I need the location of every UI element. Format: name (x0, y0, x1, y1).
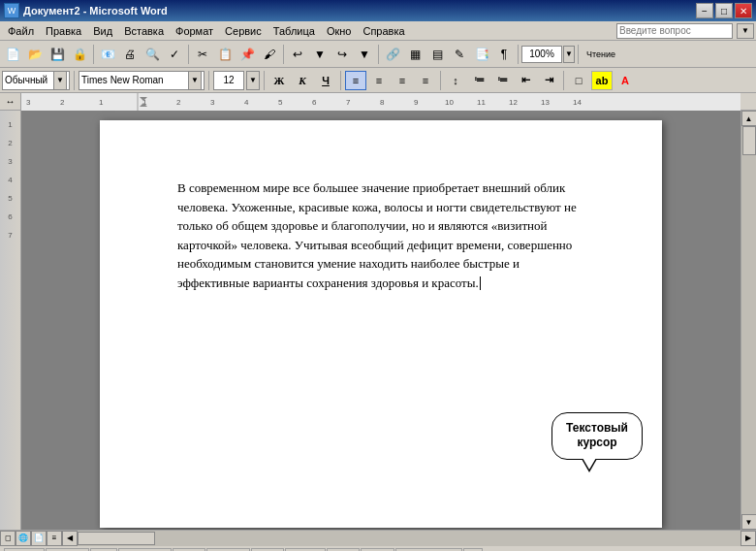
align-center-button[interactable]: ≡ (368, 71, 390, 90)
scroll-thumb[interactable] (742, 126, 756, 155)
svg-text:5: 5 (278, 98, 283, 107)
menu-view[interactable]: Вид (87, 23, 118, 39)
svg-text:12: 12 (509, 98, 518, 107)
redo-arrow-button[interactable]: ▼ (354, 44, 375, 65)
preview-button[interactable]: 🔍 (142, 44, 163, 65)
menu-file[interactable]: Файл (2, 23, 40, 39)
format-painter-button[interactable]: 🖌 (259, 44, 280, 65)
italic-button[interactable]: К (292, 71, 313, 90)
docmap-button[interactable]: 📑 (471, 44, 492, 65)
align-right-button[interactable]: ≡ (392, 71, 413, 90)
style-value: Обычный (5, 75, 47, 85)
status-line: Ст 6 (173, 548, 205, 552)
bold-button[interactable]: Ж (268, 71, 290, 90)
undo-arrow-button[interactable]: ▼ (309, 44, 331, 65)
font-size-selector[interactable]: 12 (213, 71, 244, 90)
increase-indent-button[interactable]: ⇥ (538, 71, 559, 90)
fmt-sep-2 (208, 71, 209, 90)
underline-button[interactable]: Ч (315, 71, 336, 90)
redo-button[interactable]: ↪ (331, 44, 353, 65)
spellcheck-button[interactable]: ✓ (164, 44, 185, 65)
save-button[interactable]: 💾 (47, 44, 68, 65)
drawing-button[interactable]: ✎ (449, 44, 470, 65)
style-arrow[interactable]: ▼ (53, 71, 67, 90)
scroll-right-button[interactable]: ▶ (740, 531, 756, 546)
document-content[interactable]: В современном мире все большее значение … (177, 178, 584, 292)
menu-edit[interactable]: Правка (40, 23, 87, 39)
svg-text:6: 6 (312, 98, 317, 107)
document-page: В современном мире все большее значение … (100, 120, 662, 528)
maximize-button[interactable]: □ (715, 3, 733, 18)
vertical-scrollbar[interactable]: ▲ ▼ (740, 111, 756, 530)
svg-text:13: 13 (541, 98, 550, 107)
size-arrow[interactable]: ▼ (246, 71, 260, 90)
ruler-left-corner[interactable]: ↔ (0, 93, 21, 110)
toolbar-separator-1 (93, 45, 94, 64)
line-spacing-button[interactable]: ↕ (445, 71, 466, 90)
zoom-dropdown-arrow[interactable]: ▼ (563, 46, 575, 63)
svg-text:11: 11 (477, 98, 486, 107)
hyperlink-button[interactable]: 🔗 (382, 44, 403, 65)
highlight-button[interactable]: ab (591, 71, 613, 90)
open-button[interactable]: 📂 (24, 44, 46, 65)
outside-border-button[interactable]: □ (568, 71, 589, 90)
copy-button[interactable]: 📋 (214, 44, 236, 65)
status-spell-icon: 📚 (463, 548, 483, 552)
horizontal-scrollbar: ◻ 🌐 📄 ≡ ◀ ▶ (0, 530, 756, 545)
main-content-area: 1 2 3 4 5 6 7 В современном мире все бол… (0, 111, 756, 530)
font-size-value: 12 (223, 75, 234, 85)
permission-button[interactable]: 🔒 (69, 44, 90, 65)
svg-text:2: 2 (176, 98, 181, 107)
numbering-button[interactable]: ≔ (491, 71, 513, 90)
app-icon: W (4, 3, 19, 18)
web-view-button[interactable]: 🌐 (16, 531, 31, 546)
menu-table[interactable]: Таблица (268, 23, 321, 39)
minimize-button[interactable]: − (696, 3, 713, 18)
scroll-left-button[interactable]: ◀ (62, 531, 78, 546)
undo-button[interactable]: ↩ (287, 44, 308, 65)
help-search-area: ▼ (616, 23, 754, 39)
scroll-down-button[interactable]: ▼ (741, 514, 757, 530)
menu-window[interactable]: Окно (321, 23, 358, 39)
style-selector[interactable]: Обычный ▼ (2, 71, 70, 90)
bullets-button[interactable]: ≔ (468, 71, 489, 90)
window-controls[interactable]: − □ ✕ (696, 3, 752, 18)
columns-button[interactable]: ▤ (426, 44, 448, 65)
status-zam: ЗАМ (361, 548, 394, 552)
showformat-button[interactable]: ¶ (493, 44, 515, 65)
svg-text:3: 3 (26, 98, 31, 107)
zoom-level[interactable]: 100% (521, 46, 562, 63)
h-scroll-thumb[interactable] (78, 532, 155, 545)
close-button[interactable]: ✕ (735, 3, 752, 18)
menu-tools[interactable]: Сервис (219, 23, 268, 39)
normal-view-button[interactable]: ◻ (0, 531, 16, 546)
menu-help[interactable]: Справка (357, 23, 410, 39)
table-button[interactable]: ▦ (404, 44, 425, 65)
paste-button[interactable]: 📌 (236, 44, 258, 65)
scroll-up-button[interactable]: ▲ (741, 111, 757, 126)
email-button[interactable]: 📧 (97, 44, 118, 65)
align-justify-button[interactable]: ≡ (415, 71, 436, 90)
svg-text:2: 2 (60, 98, 65, 107)
decrease-indent-button[interactable]: ⇤ (515, 71, 536, 90)
help-search-input[interactable] (616, 23, 733, 39)
status-vdl: ВДЛ (327, 548, 360, 552)
align-left-button[interactable]: ≡ (345, 71, 366, 90)
font-color-button[interactable]: A (614, 71, 636, 90)
print-button[interactable]: 🖨 (119, 44, 141, 65)
font-arrow[interactable]: ▼ (188, 71, 202, 90)
fmt-sep-3 (264, 71, 265, 90)
font-selector[interactable]: Times New Roman ▼ (79, 71, 205, 90)
help-search-arrow[interactable]: ▼ (737, 23, 754, 39)
fmt-sep-5 (440, 71, 441, 90)
h-scroll-track (78, 531, 740, 546)
toolbar-separator-4 (378, 45, 379, 64)
outline-view-button[interactable]: ≡ (47, 531, 62, 546)
new-button[interactable]: 📄 (2, 44, 23, 65)
cut-button[interactable]: ✂ (192, 44, 213, 65)
menu-format[interactable]: Формат (170, 23, 219, 39)
print-view-button[interactable]: 📄 (31, 531, 47, 546)
menu-insert[interactable]: Вставка (118, 23, 170, 39)
reading-mode-button[interactable]: Чтение (582, 44, 620, 65)
document-text: В современном мире все большее значение … (177, 180, 577, 290)
